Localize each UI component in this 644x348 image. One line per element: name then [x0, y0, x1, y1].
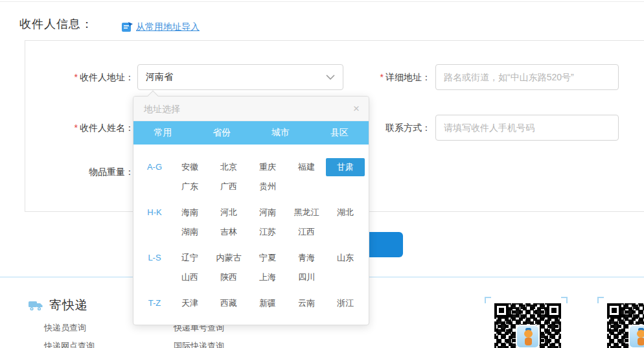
province-group: T-Z天津西藏新疆云南浙江: [146, 294, 369, 313]
close-icon[interactable]: ×: [353, 97, 360, 121]
recipient-address-label: *收件人地址：: [39, 72, 134, 84]
province-item[interactable]: 广东: [170, 177, 209, 196]
province-group: H-K海南河北河南黑龙江湖北湖南吉林江苏江西: [146, 203, 369, 242]
popup-tab-bar: 常用省份城市县区: [133, 121, 369, 145]
required-asterisk: *: [380, 72, 384, 82]
province-list: 天津西藏新疆云南浙江: [170, 294, 366, 313]
province-item[interactable]: 广西: [209, 177, 248, 196]
province-item[interactable]: 青海: [287, 248, 326, 268]
footer-links-column-1: 快递员查询快递网点查询: [44, 323, 148, 348]
province-list: 海南河北河南黑龙江湖北湖南吉林江苏江西: [170, 203, 366, 242]
province-item[interactable]: 山西: [170, 268, 209, 287]
province-item[interactable]: 吉林: [209, 222, 248, 242]
qr-finder-icon: [494, 303, 509, 318]
detail-address-input[interactable]: [435, 64, 619, 90]
popup-title: 地址选择: [144, 104, 180, 114]
footer-heading-label: 寄快递: [49, 297, 88, 314]
province-groups: A-G安徽北京重庆福建甘肃广东广西贵州H-K海南河北河南黑龙江湖北湖南吉林江苏江…: [133, 145, 369, 313]
province-item[interactable]: 湖南: [170, 222, 209, 242]
footer-link[interactable]: 快递员查询: [44, 323, 148, 332]
province-item[interactable]: 福建: [287, 157, 326, 177]
province-item[interactable]: 辽宁: [170, 248, 209, 268]
province-item[interactable]: 云南: [287, 294, 326, 313]
group-letter-label: L-S: [146, 248, 163, 287]
province-item[interactable]: 安徽: [170, 157, 209, 177]
province-item[interactable]: 北京: [209, 157, 248, 177]
required-asterisk: *: [75, 122, 78, 133]
qr-code-image: [607, 303, 644, 348]
qr-bracket-icon: [561, 297, 568, 303]
truck-icon: [29, 299, 44, 312]
province-item[interactable]: 四川: [287, 268, 326, 287]
province-item[interactable]: 江苏: [248, 222, 287, 242]
chevron-down-icon: [326, 75, 335, 80]
province-item[interactable]: 山东: [326, 248, 365, 268]
recipient-address-select[interactable]: 河南省: [137, 64, 343, 90]
popup-tab-3[interactable]: 县区: [310, 121, 369, 145]
group-letter-label: H-K: [146, 203, 163, 242]
province-item[interactable]: 江西: [287, 222, 326, 242]
qr-bracket-icon: [485, 297, 491, 303]
province-item[interactable]: 湖北: [326, 203, 365, 222]
recipient-address-value: 河南省: [146, 71, 326, 83]
province-item[interactable]: 宁夏: [248, 248, 287, 268]
top-divider: [0, 1, 644, 2]
qr-code-image: [494, 303, 561, 348]
page-title: 收件人信息：: [19, 16, 93, 32]
province-item[interactable]: 天津: [170, 294, 209, 313]
qr-finder-icon: [547, 303, 561, 318]
popup-tab-1[interactable]: 省份: [192, 121, 251, 145]
import-address-link[interactable]: 从常用地址导入: [122, 21, 200, 33]
footer-heading: 寄快递: [29, 297, 88, 314]
recipient-name-label: *收件人姓名：: [39, 122, 134, 134]
province-item[interactable]: 黑龙江: [287, 203, 326, 222]
province-item[interactable]: 浙江: [326, 294, 365, 313]
province-item[interactable]: 新疆: [248, 294, 287, 313]
province-item-selected[interactable]: 甘肃: [326, 158, 365, 176]
province-item[interactable]: 海南: [170, 203, 209, 222]
import-icon: [122, 22, 133, 32]
footer-link[interactable]: 快递网点查询: [44, 341, 148, 348]
popup-tab-2[interactable]: 城市: [251, 121, 310, 145]
qr-code-block-2: [597, 297, 644, 348]
province-item[interactable]: 西藏: [209, 294, 248, 313]
province-item[interactable]: 贵州: [248, 177, 287, 196]
qr-finder-icon: [607, 303, 621, 318]
province-item[interactable]: 陕西: [209, 268, 248, 287]
province-item[interactable]: 内蒙古: [209, 248, 248, 268]
required-asterisk: *: [75, 72, 78, 82]
item-weight-label: 物品重量：: [39, 167, 134, 178]
page: 收件人信息： 从常用地址导入 *收件人地址： 河南省 *详细地址： *收件人姓名…: [0, 0, 644, 348]
province-group: L-S辽宁内蒙古宁夏青海山东山西陕西上海四川: [146, 248, 369, 287]
province-list: 安徽北京重庆福建甘肃广东广西贵州: [170, 157, 366, 196]
popup-header: 地址选择 ×: [133, 97, 369, 121]
qr-bracket-icon: [597, 297, 604, 303]
detail-address-label: *详细地址：: [350, 72, 431, 84]
group-letter-label: T-Z: [146, 294, 163, 313]
province-item[interactable]: 河北: [209, 203, 248, 222]
footer-links-column-2: 快递单号查询国际快递查询: [174, 323, 277, 348]
qr-code-block-1: [485, 297, 568, 348]
province-list: 辽宁内蒙古宁夏青海山东山西陕西上海四川: [170, 248, 366, 287]
group-letter-label: A-G: [146, 157, 163, 196]
qr-mascot-logo: [628, 325, 644, 348]
qr-mascot-logo: [516, 325, 540, 348]
province-item[interactable]: 上海: [248, 268, 287, 287]
contact-input[interactable]: [435, 115, 619, 141]
province-item[interactable]: 河南: [248, 203, 287, 222]
import-link-label: 从常用地址导入: [136, 21, 200, 33]
province-item[interactable]: 重庆: [248, 157, 287, 177]
popup-tab-0[interactable]: 常用: [133, 121, 192, 145]
footer-link[interactable]: 国际快递查询: [174, 341, 277, 348]
address-picker-popup: 地址选择 × 常用省份城市县区 A-G安徽北京重庆福建甘肃广东广西贵州H-K海南…: [133, 96, 369, 325]
province-group: A-G安徽北京重庆福建甘肃广东广西贵州: [146, 157, 369, 196]
